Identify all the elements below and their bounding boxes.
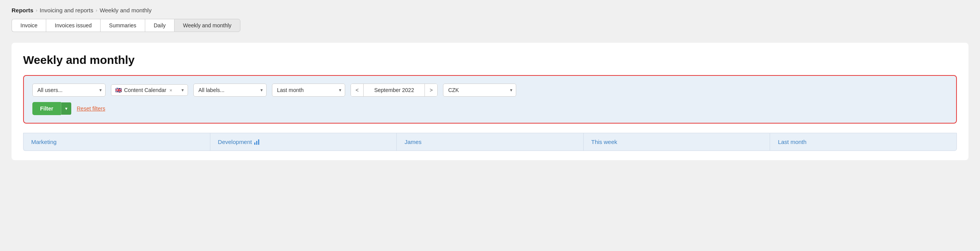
filter-dropdown-button[interactable]: ▾	[61, 102, 71, 115]
content-calendar-text: Content Calendar	[124, 87, 166, 93]
period-select-wrapper[interactable]: Last month This week This month Last wee…	[272, 84, 345, 97]
users-select[interactable]: All users...	[32, 84, 106, 97]
date-prev-button[interactable]: <	[351, 84, 363, 96]
main-content: Weekly and monthly All users... 🇬🇧 Conte…	[12, 43, 968, 160]
date-value: September 2022	[363, 84, 425, 96]
tab-weekly-monthly[interactable]: Weekly and monthly	[174, 19, 240, 32]
james-label: James	[404, 139, 421, 145]
filter-row: All users... 🇬🇧 Content Calendar × ▾ All…	[32, 84, 948, 97]
date-next-button[interactable]: >	[425, 84, 437, 96]
tab-summaries[interactable]: Summaries	[100, 19, 145, 32]
date-nav: < September 2022 >	[351, 84, 438, 97]
labels-select[interactable]: All labels...	[193, 84, 267, 97]
this-week-label: This week	[591, 139, 618, 145]
breadcrumb-sep-2: ›	[96, 7, 97, 13]
reset-filters-button[interactable]: Reset filters	[77, 105, 105, 112]
filter-button-group: Filter ▾	[32, 102, 71, 115]
breadcrumb-invoicing[interactable]: Invoicing and reports	[40, 7, 93, 13]
bottom-tab-development[interactable]: Development	[210, 133, 397, 151]
tab-invoice[interactable]: Invoice	[12, 19, 46, 32]
breadcrumb: Reports › Invoicing and reports › Weekly…	[12, 7, 968, 13]
marketing-label: Marketing	[31, 139, 57, 145]
breadcrumb-reports[interactable]: Reports	[12, 7, 34, 13]
last-month-label: Last month	[778, 139, 806, 145]
breadcrumb-sep-1: ›	[36, 7, 37, 13]
tab-daily[interactable]: Daily	[145, 19, 174, 32]
content-calendar-close-btn[interactable]: ×	[169, 87, 173, 93]
development-label: Development	[218, 139, 252, 145]
users-select-wrapper[interactable]: All users...	[32, 84, 106, 97]
currency-select-wrapper[interactable]: CZK EUR USD	[443, 84, 516, 97]
filter-box: All users... 🇬🇧 Content Calendar × ▾ All…	[23, 75, 957, 124]
tab-invoices-issued[interactable]: Invoices issued	[46, 19, 100, 32]
filter-button[interactable]: Filter	[32, 102, 61, 115]
bottom-tab-marketing[interactable]: Marketing	[23, 133, 210, 151]
breadcrumb-current: Weekly and monthly	[100, 7, 152, 13]
content-calendar-dropdown-arrow: ▾	[181, 87, 184, 93]
content-calendar-select[interactable]: 🇬🇧 Content Calendar × ▾	[111, 84, 188, 96]
currency-select[interactable]: CZK EUR USD	[443, 84, 516, 97]
bottom-tab-this-week[interactable]: This week	[583, 133, 770, 151]
bar-chart-icon	[254, 139, 259, 145]
labels-select-wrapper[interactable]: All labels...	[193, 84, 267, 97]
tab-bar: Invoice Invoices issued Summaries Daily …	[12, 19, 968, 32]
filter-actions: Filter ▾ Reset filters	[32, 102, 948, 115]
bottom-tab-last-month[interactable]: Last month	[770, 133, 957, 151]
period-select[interactable]: Last month This week This month Last wee…	[272, 84, 345, 97]
flag-icon: 🇬🇧	[115, 87, 122, 93]
bottom-tab-james[interactable]: James	[396, 133, 583, 151]
page-title: Weekly and monthly	[23, 54, 957, 67]
bottom-tabs: Marketing Development James This week La…	[23, 133, 957, 151]
